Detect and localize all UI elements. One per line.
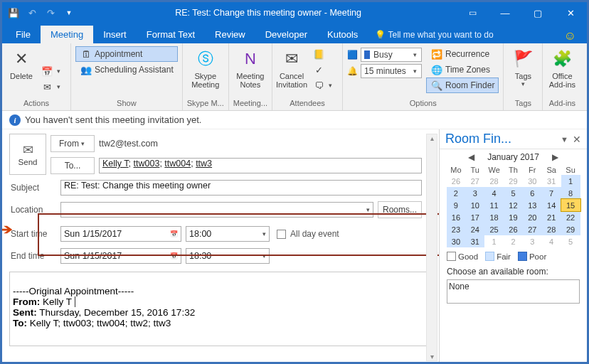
addins-icon: 🧩	[551, 48, 573, 70]
to-field[interactable]: Kelly T; ttw003; ttw004; ttw3	[99, 158, 422, 173]
meeting-notes-button[interactable]: N Meeting Notes	[235, 46, 265, 90]
scroll-down-icon[interactable]: ▾	[430, 353, 434, 360]
group-actions: ✕ Delete 📅▾ ✉▾ Actions	[2, 43, 71, 110]
delete-icon: ✕	[10, 48, 33, 70]
feedback-icon[interactable]: ☺	[557, 29, 583, 43]
calendar-month: January 2017	[487, 152, 539, 162]
info-icon: i	[9, 114, 21, 126]
skype-icon: ⓢ	[194, 48, 217, 70]
endtime-label: End time	[9, 251, 60, 261]
start-date-field[interactable]: Sun 1/15/2017 📅	[60, 226, 181, 242]
start-time-field[interactable]: 18:00▾	[186, 226, 270, 242]
flag-icon: 🚩	[511, 48, 534, 70]
forward-button[interactable]: ✉▾	[36, 79, 66, 95]
prev-month-icon[interactable]: ◀	[468, 152, 474, 162]
tab-file[interactable]: File	[6, 26, 41, 43]
meeting-form: ✉ Send From ▾ ttw2@test.com To... Kell	[2, 129, 439, 362]
legend-fair-icon	[485, 252, 494, 261]
calendar-icon[interactable]: 📅	[170, 252, 178, 259]
group-options: 🟦 Busy ▾ 🔔 15 minutes ▾ 🔁Recurren	[343, 43, 504, 110]
vertical-scrollbar[interactable]: ▴ ▾	[426, 134, 437, 361]
rooms-button[interactable]: Rooms...	[378, 201, 422, 218]
quick-access-toolbar: 💾 ↶ ↷ ▼	[2, 7, 80, 18]
tab-insert[interactable]: Insert	[93, 26, 137, 43]
callout-arrow-icon: ➔	[2, 220, 14, 239]
ribbon-options-icon[interactable]: ▭	[456, 2, 489, 23]
tab-developer[interactable]: Developer	[255, 26, 317, 43]
room-finder-icon: 🔍	[430, 80, 443, 91]
check-names-icon: ✓	[312, 65, 325, 75]
close-pane-icon[interactable]: ✕	[573, 134, 581, 145]
scheduling-assistant-button[interactable]: 👥Scheduling Assistant	[75, 62, 178, 77]
chevron-down-icon[interactable]: ▼	[561, 135, 568, 144]
next-month-icon[interactable]: ▶	[552, 152, 558, 162]
room-finder-button[interactable]: 🔍Room Finder	[426, 77, 499, 93]
group-tags: 🚩 Tags ▾ Tags	[504, 43, 543, 110]
to-button[interactable]: To...	[51, 157, 95, 174]
group-skype: ⓢ Skype Meeting Skype M...	[183, 43, 229, 110]
timezone-icon: 🌐	[430, 65, 443, 75]
ribbon: ✕ Delete 📅▾ ✉▾ Actions 🗓Appointment 👥Sch…	[2, 43, 587, 111]
window-buttons: ▭ — ▢ ✕	[456, 2, 587, 23]
envelope-icon: ✉	[23, 142, 33, 158]
redo-icon[interactable]: ↷	[45, 7, 56, 18]
reminder-combo[interactable]: 15 minutes ▾	[361, 64, 422, 78]
delete-button[interactable]: ✕ Delete	[6, 46, 36, 82]
skype-meeting-button[interactable]: ⓢ Skype Meeting	[191, 46, 221, 90]
room-finder-title: Room Fin...	[445, 132, 556, 146]
tab-meeting[interactable]: Meeting	[41, 26, 93, 43]
info-text: You haven't sent this meeting invitation…	[25, 114, 201, 125]
send-button[interactable]: ✉ Send	[9, 134, 46, 175]
location-field[interactable]: ▾	[60, 202, 373, 218]
response-options-button[interactable]: 🗨▾	[308, 77, 338, 93]
calendar-forward-button[interactable]: 📅▾	[36, 63, 66, 79]
time-zones-button[interactable]: 🌐Time Zones	[426, 62, 499, 77]
ribbon-tabs: File Meeting Insert Format Text Review D…	[2, 23, 587, 43]
main-area: ✉ Send From ▾ ttw2@test.com To... Kell	[2, 129, 587, 362]
tab-kutools[interactable]: Kutools	[317, 26, 368, 43]
message-body[interactable]: -----Original Appointment----- From: Kel…	[9, 272, 432, 346]
room-finder-pane: Room Fin... ▼ ✕ ◀ January 2017 ▶ MoTuWeT…	[439, 129, 587, 362]
end-date-field[interactable]: Sun 1/15/2017 📅	[60, 248, 181, 264]
minimize-icon[interactable]: —	[489, 2, 521, 23]
close-icon[interactable]: ✕	[554, 2, 587, 23]
check-names-button[interactable]: ✓	[308, 62, 338, 77]
tab-format-text[interactable]: Format Text	[137, 26, 205, 43]
maximize-icon[interactable]: ▢	[521, 2, 554, 23]
window-title: RE: Test: Change this meeting owner - Me…	[80, 8, 456, 18]
room-list[interactable]: None	[447, 279, 580, 304]
save-icon[interactable]: 💾	[8, 7, 19, 18]
subject-field[interactable]: RE: Test: Change this meeting owner	[60, 180, 422, 196]
showas-icon: 🟦	[347, 50, 358, 60]
scroll-up-icon[interactable]: ▴	[430, 134, 434, 142]
forward-icon: ✉	[41, 82, 53, 92]
title-bar: 💾 ↶ ↷ ▼ RE: Test: Change this meeting ow…	[2, 2, 587, 23]
subject-label: Subject	[9, 183, 60, 193]
recurrence-button[interactable]: 🔁Recurrence	[426, 46, 499, 62]
legend-poor-icon	[518, 252, 527, 261]
calendar-grid[interactable]: MoTuWeThFrSaSu 2627282930311234567891011…	[447, 165, 580, 247]
location-label: Location	[9, 205, 60, 215]
response-options-icon: 🗨	[312, 80, 325, 91]
from-button[interactable]: From ▾	[51, 135, 95, 152]
cancel-invitation-button[interactable]: ✉ Cancel Invitation	[277, 46, 307, 90]
all-day-checkbox[interactable]: All day event	[277, 229, 339, 239]
undo-icon[interactable]: ↶	[26, 7, 38, 18]
calendar-nav: ◀ January 2017 ▶	[440, 149, 587, 165]
info-bar: i You haven't sent this meeting invitati…	[2, 111, 587, 129]
room-finder-header: Room Fin... ▼ ✕	[440, 129, 587, 149]
reminder-icon: 🔔	[347, 66, 358, 76]
address-book-button[interactable]: 📒	[308, 46, 338, 62]
calendar-icon[interactable]: 📅	[170, 230, 178, 237]
recurrence-icon: 🔁	[430, 49, 443, 60]
starttime-label: Start time	[9, 229, 60, 239]
tab-review[interactable]: Review	[205, 26, 255, 43]
office-addins-button[interactable]: 🧩 Office Add-ins	[547, 46, 577, 90]
tell-me[interactable]: 💡 Tell me what you want to do	[368, 26, 500, 43]
appointment-button[interactable]: 🗓Appointment	[75, 46, 178, 62]
legend-good-icon	[447, 252, 456, 261]
tags-button[interactable]: 🚩 Tags ▾	[508, 46, 538, 89]
qat-more-icon[interactable]: ▼	[63, 7, 75, 18]
end-time-field[interactable]: 18:30▾	[186, 248, 270, 264]
show-as-combo[interactable]: Busy ▾	[361, 48, 422, 62]
